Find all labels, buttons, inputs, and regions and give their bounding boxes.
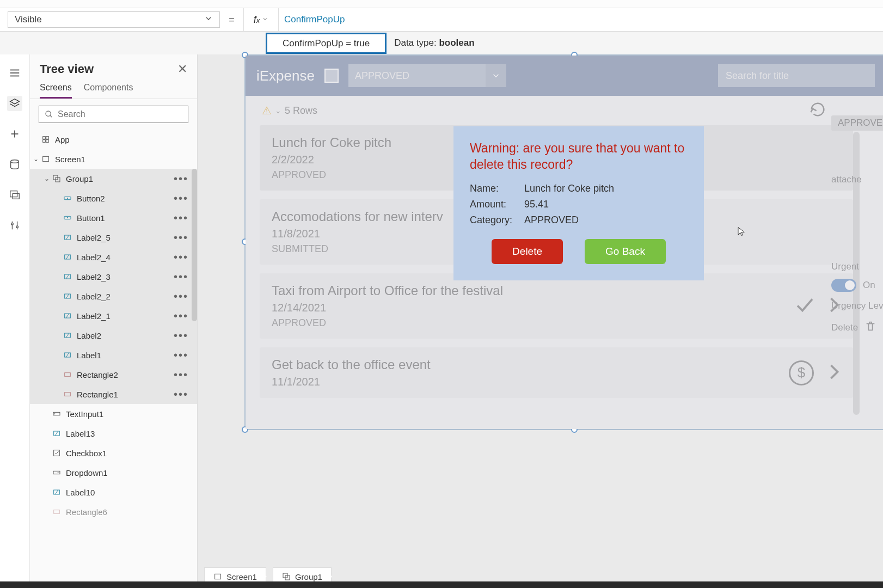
settings-icon[interactable]: [7, 218, 22, 233]
svg-point-12: [16, 226, 19, 228]
tab-components[interactable]: Components: [84, 83, 133, 99]
button-icon: [62, 194, 73, 203]
label-icon: [62, 233, 73, 242]
popup-category-value: APPROVED: [524, 215, 579, 226]
chevron-down-icon: [262, 16, 268, 24]
more-icon[interactable]: •••: [174, 349, 192, 362]
close-icon[interactable]: ✕: [177, 62, 187, 76]
svg-line-45: [55, 431, 58, 436]
more-icon[interactable]: •••: [174, 173, 192, 185]
formula-bar[interactable]: ConfirmPopUp: [279, 8, 883, 31]
search-icon: [45, 110, 53, 119]
svg-rect-42: [53, 412, 60, 415]
more-icon[interactable]: •••: [174, 271, 192, 283]
more-icon[interactable]: •••: [174, 290, 192, 303]
tree-node-label10[interactable]: Label10: [30, 482, 197, 502]
svg-line-37: [66, 333, 69, 338]
svg-line-39: [66, 353, 69, 357]
tab-screens[interactable]: Screens: [40, 83, 72, 99]
tree-node-label2_2[interactable]: Label2_2•••: [30, 286, 197, 306]
app-preview: iExpense APPROVED Search for title ⚠ ⌄ 5…: [246, 56, 883, 429]
layers-icon[interactable]: [7, 96, 22, 111]
equals-sign: =: [220, 8, 244, 31]
group-icon: [51, 174, 63, 183]
tree-node-button1[interactable]: Button1•••: [30, 208, 197, 228]
tree-list: App ⌄Screen1 ⌄Group1••• Button2••• Butto…: [30, 130, 197, 588]
chevron-down-icon[interactable]: ⌄: [32, 155, 40, 163]
svg-rect-7: [10, 191, 17, 197]
svg-line-31: [66, 274, 69, 279]
fx-button[interactable]: fx: [244, 8, 279, 31]
tree-node-label1[interactable]: Label1•••: [30, 345, 197, 365]
more-icon[interactable]: •••: [174, 369, 192, 381]
svg-rect-8: [13, 193, 19, 199]
tree-node-rectcut[interactable]: Rectangle6: [30, 502, 197, 522]
tree-node-label2_3[interactable]: Label2_3•••: [30, 267, 197, 286]
tree-node-screen1[interactable]: ⌄Screen1: [30, 149, 197, 169]
screen-icon: [40, 155, 52, 163]
canvas[interactable]: iExpense APPROVED Search for title ⚠ ⌄ 5…: [198, 54, 883, 588]
svg-rect-50: [54, 510, 60, 514]
dropdown-icon: [51, 468, 63, 477]
tree-node-label2[interactable]: Label2•••: [30, 326, 197, 345]
svg-point-23: [67, 198, 68, 198]
tree-node-rectangle1[interactable]: Rectangle1•••: [30, 384, 197, 404]
tree-view-panel: Tree view ✕ Screens Components App ⌄Scre…: [30, 54, 198, 588]
plus-icon[interactable]: [7, 126, 22, 142]
svg-rect-40: [65, 373, 71, 377]
tree-node-label13[interactable]: Label13: [30, 424, 197, 443]
more-icon[interactable]: •••: [174, 231, 192, 244]
tree-node-button2[interactable]: Button2•••: [30, 188, 197, 208]
property-selector[interactable]: Visible: [8, 11, 220, 28]
group-icon: [282, 572, 291, 581]
more-icon[interactable]: •••: [174, 251, 192, 264]
chevron-down-icon[interactable]: ⌄: [43, 175, 51, 182]
tree-node-textinput1[interactable]: TextInput1: [30, 404, 197, 424]
svg-line-14: [50, 115, 52, 117]
tree-search[interactable]: [39, 106, 188, 123]
svg-line-33: [66, 294, 69, 298]
svg-line-49: [55, 490, 58, 494]
database-icon[interactable]: [7, 157, 22, 172]
popup-name-value: Lunch for Coke pitch: [524, 183, 614, 194]
tree-node-app[interactable]: App: [30, 130, 197, 149]
tree-node-label2_4[interactable]: Label2_4•••: [30, 247, 197, 267]
tree-node-rectangle2[interactable]: Rectangle2•••: [30, 365, 197, 384]
svg-rect-15: [43, 137, 46, 139]
checkbox-icon: [51, 449, 63, 457]
left-rail: [0, 54, 30, 588]
property-name: Visible: [15, 14, 42, 25]
textinput-icon: [51, 409, 63, 418]
tree-node-label2_1[interactable]: Label2_1•••: [30, 306, 197, 326]
label-icon: [62, 272, 73, 281]
svg-line-35: [66, 314, 69, 318]
selection-frame[interactable]: iExpense APPROVED Search for title ⚠ ⌄ 5…: [244, 54, 883, 430]
media-icon[interactable]: [7, 187, 22, 203]
more-icon[interactable]: •••: [174, 329, 192, 342]
svg-rect-51: [215, 574, 221, 579]
label-icon: [51, 429, 63, 438]
tree-node-checkbox1[interactable]: Checkbox1: [30, 443, 197, 463]
tree-node-group1[interactable]: ⌄Group1•••: [30, 169, 197, 188]
svg-rect-16: [46, 137, 49, 139]
search-input[interactable]: [58, 109, 182, 119]
tree-node-dropdown1[interactable]: Dropdown1: [30, 463, 197, 482]
popup-warning: Warning: are you sure that you want to d…: [470, 140, 688, 173]
scrollbar[interactable]: [192, 169, 197, 321]
goback-button[interactable]: Go Back: [585, 239, 666, 264]
tree-node-label2_5[interactable]: Label2_5•••: [30, 228, 197, 247]
hamburger-icon[interactable]: [7, 65, 22, 81]
svg-rect-17: [43, 140, 46, 143]
rectangle-icon: [62, 370, 73, 379]
svg-point-25: [67, 217, 68, 218]
svg-rect-41: [65, 393, 71, 396]
label-icon: [62, 331, 73, 340]
popup-amount-value: 95.41: [524, 199, 549, 210]
more-icon[interactable]: •••: [174, 388, 192, 401]
more-icon[interactable]: •••: [174, 310, 192, 322]
more-icon[interactable]: •••: [174, 212, 192, 224]
label-icon: [51, 488, 63, 497]
tree-title: Tree view: [40, 62, 94, 76]
delete-button[interactable]: Delete: [492, 239, 563, 264]
more-icon[interactable]: •••: [174, 192, 192, 205]
